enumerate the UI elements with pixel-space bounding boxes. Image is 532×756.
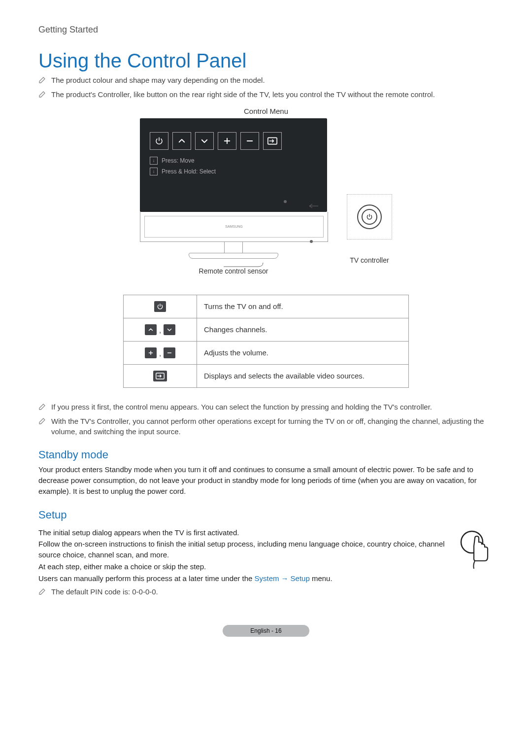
pencil-icon bbox=[38, 587, 46, 595]
separator: , bbox=[159, 349, 164, 357]
note-item: The product's Controller, like button on… bbox=[38, 89, 494, 100]
setup-p1: The initial setup dialog appears when th… bbox=[38, 527, 449, 538]
brand-label: SAMSUNG bbox=[144, 216, 324, 238]
footer-lang: English bbox=[250, 627, 269, 634]
leader-dot bbox=[284, 200, 287, 203]
note-item: If you press it first, the control menu … bbox=[38, 402, 494, 412]
table-row: , Changes channels. bbox=[124, 318, 409, 341]
footer-page: 16 bbox=[275, 627, 281, 634]
setup-p2: Follow the on-screen instructions to fin… bbox=[38, 539, 449, 560]
table-row: Displays and selects the available video… bbox=[124, 364, 409, 387]
arrow-down-icon: ↓ bbox=[150, 157, 158, 165]
control-menu-figure: ↓ Press: Move ↓ Press & Hold: Select SAM… bbox=[38, 118, 494, 275]
function-table: Turns the TV on and off. , Changes chann… bbox=[123, 295, 409, 388]
system-link[interactable]: System bbox=[255, 574, 279, 583]
table-cell-desc: Displays and selects the available video… bbox=[197, 364, 409, 387]
note-text: With the TV's Controller, you cannot per… bbox=[51, 416, 494, 437]
pencil-icon bbox=[38, 76, 46, 84]
press-gesture-icon bbox=[458, 526, 494, 573]
table-cell-desc: Adjusts the volume. bbox=[197, 341, 409, 364]
setup-p4-prefix: Users can manually perform this process … bbox=[38, 574, 255, 583]
power-icon bbox=[154, 301, 166, 312]
note-item: With the TV's Controller, you cannot per… bbox=[38, 416, 494, 437]
up-icon bbox=[145, 324, 157, 335]
hint-press-text: Press: Move bbox=[162, 157, 195, 164]
page-footer: English - 16 bbox=[38, 625, 494, 637]
table-cell-desc: Turns the TV on and off. bbox=[197, 295, 409, 318]
arrow-down-icon: ↓ bbox=[150, 168, 158, 175]
note-item: The product colour and shape may vary de… bbox=[38, 75, 494, 85]
standby-body: Your product enters Standby mode when yo… bbox=[38, 464, 494, 496]
note-text: The product colour and shape may vary de… bbox=[51, 75, 494, 85]
note-text: If you press it first, the control menu … bbox=[51, 402, 494, 412]
setup-heading: Setup bbox=[38, 509, 494, 521]
note-item: The default PIN code is: 0-0-0-0. bbox=[38, 586, 449, 597]
plus-icon bbox=[145, 347, 157, 358]
separator: , bbox=[159, 326, 164, 334]
control-menu-caption: Control Menu bbox=[38, 107, 494, 115]
note-text: The default PIN code is: 0-0-0-0. bbox=[51, 586, 449, 597]
setup-link[interactable]: Setup bbox=[291, 574, 310, 583]
hint-hold: ↓ Press & Hold: Select bbox=[150, 168, 317, 175]
tv-stand-neck bbox=[224, 241, 243, 253]
setup-p4: Users can manually perform this process … bbox=[38, 573, 449, 584]
table-cell-desc: Changes channels. bbox=[197, 318, 409, 341]
table-row: , Adjusts the volume. bbox=[124, 341, 409, 364]
post-notes: If you press it first, the control menu … bbox=[38, 402, 494, 437]
source-icon bbox=[263, 132, 282, 150]
down-icon bbox=[195, 132, 214, 150]
tv-controller-leader bbox=[305, 118, 360, 276]
power-icon bbox=[362, 209, 377, 225]
setup-p4-suffix: menu. bbox=[310, 574, 332, 583]
up-icon bbox=[172, 132, 191, 150]
minus-icon bbox=[240, 132, 259, 150]
pencil-icon bbox=[38, 90, 46, 98]
source-icon bbox=[153, 371, 167, 381]
minus-icon bbox=[164, 347, 175, 358]
tv-screen: ↓ Press: Move ↓ Press & Hold: Select bbox=[140, 118, 327, 212]
page-title: Using the Control Panel bbox=[38, 50, 494, 72]
tv-stand-base bbox=[189, 253, 278, 259]
standby-heading: Standby mode bbox=[38, 448, 494, 461]
arrow-right-icon: → bbox=[279, 574, 291, 583]
note-text: The product's Controller, like button on… bbox=[51, 89, 494, 100]
hint-hold-text: Press & Hold: Select bbox=[162, 168, 216, 175]
intro-notes: The product colour and shape may vary de… bbox=[38, 75, 494, 100]
pencil-icon bbox=[38, 417, 46, 425]
pencil-icon bbox=[38, 403, 46, 411]
hint-press: ↓ Press: Move bbox=[150, 157, 317, 165]
breadcrumb: Getting Started bbox=[38, 25, 494, 35]
tv-bezel: SAMSUNG bbox=[140, 212, 328, 242]
power-icon bbox=[150, 132, 168, 150]
table-row: Turns the TV on and off. bbox=[124, 295, 409, 318]
down-icon bbox=[164, 324, 175, 335]
plus-icon bbox=[218, 132, 236, 150]
footer-sep: - bbox=[270, 627, 275, 634]
setup-p3: At each step, either make a choice or sk… bbox=[38, 561, 449, 572]
